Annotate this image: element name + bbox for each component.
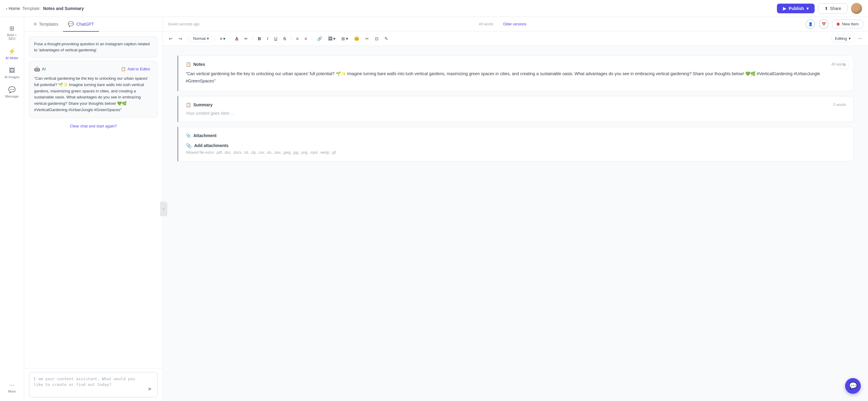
tab-templates-label: Templates <box>39 22 58 27</box>
sidebar-item-more[interactable]: ··· More <box>1 378 23 396</box>
send-icon: ➤ <box>148 386 152 392</box>
text-color-button[interactable]: A <box>233 34 241 43</box>
chat-input[interactable] <box>33 376 144 394</box>
sidebar-item-ai-images[interactable]: 🖼 AI Images <box>1 64 23 82</box>
image-icon: 🖼 <box>9 67 15 74</box>
tab-templates[interactable]: ≡ Templates <box>29 17 63 32</box>
sidebar-label-message: Message <box>5 94 19 98</box>
editor-topbar-right: 👤 📅 New Item <box>806 19 863 29</box>
style-select[interactable]: Normal ▾ <box>190 35 212 42</box>
summary-placeholder[interactable]: Your content goes here ... <box>186 111 846 116</box>
add-attachments-button[interactable]: 📎 Add attachments <box>186 143 846 149</box>
calendar-icon-btn[interactable]: 📅 <box>819 19 829 29</box>
align-icon: ≡ <box>220 36 222 41</box>
add-attachments-label: Add attachments <box>194 143 228 148</box>
sidebar-item-ai-writer[interactable]: ⚡ AI Writer <box>1 45 23 63</box>
avatar-image <box>851 3 862 14</box>
add-to-editor-button[interactable]: 📋 Add to Editor <box>119 65 153 73</box>
editing-label: Editing <box>835 36 847 41</box>
add-to-editor-icon: 📋 <box>121 67 126 71</box>
notes-section-header: 📋 Notes 49 words <box>186 62 846 67</box>
numbered-list-icon: ≡ <box>305 36 307 41</box>
left-panel: ≡ Templates 💬 ChatGPT ‹ Pose a thought-p… <box>24 17 163 401</box>
toolbar-separator-4 <box>253 36 253 42</box>
strikethrough-button[interactable]: S <box>281 34 288 43</box>
chat-input-container: ➤ <box>29 372 158 398</box>
more-options-button[interactable]: ⋯ <box>855 34 864 43</box>
image-button[interactable]: 🖼 ▾ <box>326 34 338 43</box>
topbar-right: ▶ Publish ▾ ⬆ Share <box>777 3 862 14</box>
summary-section: 📋 Summary 0 words Your content goes here… <box>178 96 854 122</box>
emoji-button[interactable]: 😊 <box>352 34 362 43</box>
chatgpt-icon: 💬 <box>68 21 74 27</box>
editing-select[interactable]: Editing ▾ <box>832 35 854 42</box>
share-button[interactable]: ⬆ Share <box>818 3 847 13</box>
summary-section-title: 📋 Summary <box>186 103 213 107</box>
undo-icon: ↩ <box>169 36 173 41</box>
editing-chevron-icon: ▾ <box>849 36 851 41</box>
more-icon: ··· <box>9 381 14 388</box>
link-button[interactable]: 🔗 <box>315 34 324 43</box>
editor-word-count: 49 words <box>478 22 493 26</box>
underline-button[interactable]: U <box>272 34 280 43</box>
toolbar-separator-1 <box>187 36 187 42</box>
align-chevron-icon: ▾ <box>223 36 225 41</box>
editor-area: Saved seconds ago 49 words Older version… <box>163 17 868 401</box>
notes-add-button[interactable]: ＋ <box>840 61 848 69</box>
main-layout: ⊞ Brief + SEO ⚡ AI Writer 🖼 AI Images 💬 … <box>0 17 868 401</box>
user-add-icon-btn[interactable]: 👤 <box>806 19 815 29</box>
panel-toggle-icon: ‹ <box>163 207 164 211</box>
notes-section-title: 📋 Notes <box>186 62 205 67</box>
scissors-icon: ✂ <box>365 36 369 41</box>
home-link[interactable]: ‹ Home <box>6 6 20 11</box>
bold-button[interactable]: B <box>255 34 263 43</box>
notes-content[interactable]: "Can vertical gardening be the key to un… <box>186 70 846 85</box>
panel-toggle-button[interactable]: ‹ <box>160 202 167 216</box>
style-chevron-icon: ▾ <box>207 36 209 41</box>
publish-chevron-icon: ▾ <box>806 6 809 11</box>
attachment-header: 📎 Attachment <box>186 133 846 138</box>
clear-chat-button[interactable]: Clear chat and start again? <box>29 121 158 131</box>
notes-section: 📋 Notes 49 words ＋ "Can vertical gardeni… <box>178 56 854 91</box>
align-button[interactable]: ≡ ▾ <box>217 34 228 43</box>
sidebar-item-brief-seo[interactable]: ⊞ Brief + SEO <box>1 22 23 44</box>
strikethrough-icon: S <box>283 36 286 41</box>
link-icon: 🔗 <box>317 36 322 41</box>
italic-button[interactable]: I <box>265 34 271 43</box>
redo-icon: ↪ <box>179 36 182 41</box>
sidebar-item-message[interactable]: 💬 Message <box>1 83 23 101</box>
tab-chatgpt[interactable]: 💬 ChatGPT <box>63 17 99 32</box>
add-clip-icon: 📎 <box>186 143 192 149</box>
chat-support-icon: 💬 <box>849 382 857 390</box>
publish-button[interactable]: ▶ Publish ▾ <box>777 4 815 13</box>
block-button[interactable]: ⊡ <box>372 34 381 43</box>
redo-button[interactable]: ↪ <box>176 34 185 43</box>
template-label: Template: Notes and Summary <box>22 6 84 11</box>
underline-icon: U <box>274 36 277 41</box>
older-versions-link[interactable]: Older versions <box>503 22 526 26</box>
template-name: Notes and Summary <box>43 6 84 11</box>
ai-suggestion-text: Pose a thought-provoking question in an … <box>34 42 150 52</box>
panel-tabs: ≡ Templates 💬 ChatGPT <box>24 17 162 32</box>
highlight-button[interactable]: ✏ <box>242 34 250 43</box>
user-add-icon: 👤 <box>808 22 813 26</box>
message-icon: 💬 <box>8 86 16 93</box>
chat-support-button[interactable]: 💬 <box>845 378 861 394</box>
avatar[interactable] <box>851 3 862 14</box>
pen-icon: ✎ <box>384 36 388 41</box>
new-item-button[interactable]: New Item <box>832 20 863 28</box>
send-button[interactable]: ➤ <box>146 384 153 394</box>
style-label: Normal <box>193 36 206 41</box>
pen-button[interactable]: ✎ <box>382 34 391 43</box>
new-item-label: New Item <box>842 22 859 26</box>
text-color-icon: A <box>235 36 238 41</box>
table-button[interactable]: ⊞ ▾ <box>339 34 350 43</box>
topbar-left: ‹ Home Template: Notes and Summary <box>6 6 772 11</box>
numbered-list-button[interactable]: ≡ <box>302 34 309 43</box>
toolbar-separator-5 <box>291 36 291 42</box>
share-label: Share <box>830 6 841 11</box>
more-options-icon: ⋯ <box>858 36 862 41</box>
undo-button[interactable]: ↩ <box>166 34 175 43</box>
bullet-list-button[interactable]: ≡ <box>294 34 301 43</box>
scissors-button[interactable]: ✂ <box>363 34 371 43</box>
